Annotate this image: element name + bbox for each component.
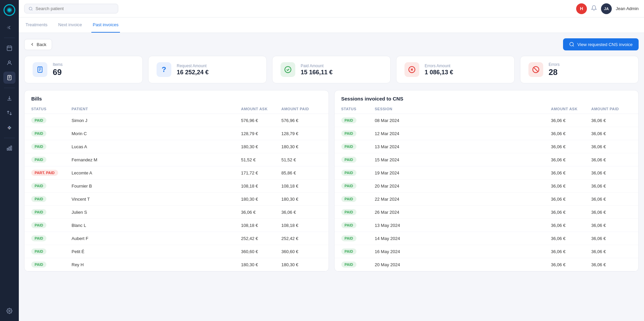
errors-amount-label: Errors Amount	[425, 64, 453, 68]
status-badge: PAID	[341, 222, 356, 228]
svg-rect-2	[7, 46, 12, 51]
status-badge: PAID	[341, 144, 356, 150]
errors-icon	[528, 62, 543, 77]
tab-treatments[interactable]: Treatments	[24, 17, 49, 33]
sidebar-item-documents[interactable]	[3, 72, 15, 84]
status-badge: PAID	[31, 117, 46, 123]
session-date: 14 May 2024	[375, 236, 551, 241]
table-row[interactable]: PAID 14 May 2024 36,06 € 36,06 €	[335, 232, 639, 245]
stat-card-errors-amount: Errors Amount 1 086,13 €	[396, 56, 515, 83]
svg-point-5	[8, 127, 9, 128]
table-row[interactable]: PAID 16 May 2024 36,06 € 36,06 €	[335, 245, 639, 258]
session-date: 12 Mar 2024	[375, 131, 551, 136]
bills-col-amount-ask: AMOUNT ASK	[241, 107, 282, 111]
amount-ask: 36,06 €	[241, 210, 282, 215]
amount-paid: 36,06 €	[591, 184, 632, 189]
table-row[interactable]: PAID Blanc L 108,18 € 108,18 €	[25, 219, 329, 232]
back-button[interactable]: Back	[24, 39, 52, 50]
amount-ask: 180,30 €	[241, 197, 282, 202]
svg-point-14	[570, 42, 573, 46]
svg-rect-9	[7, 148, 8, 150]
amount-ask: 36,06 €	[551, 249, 591, 254]
sidebar-item-calendar[interactable]	[3, 42, 15, 54]
status-badge: PAID	[341, 183, 356, 189]
sidebar-item-user[interactable]	[3, 57, 15, 69]
table-row[interactable]: PAID 20 Mar 2024 36,06 € 36,06 €	[335, 179, 639, 193]
amount-ask: 128,79 €	[241, 131, 282, 136]
amount-ask: 36,06 €	[551, 223, 591, 228]
top-bar: Back View requested CNS invoice	[24, 38, 639, 50]
sidebar-item-palette[interactable]	[3, 122, 15, 134]
sidebar-item-settings[interactable]	[3, 305, 15, 317]
stat-card-request-amount: ? Request Amount 16 252,24 €	[148, 56, 267, 83]
table-row[interactable]: PAID Fournier B 108,18 € 108,18 €	[25, 179, 329, 193]
amount-paid: 36,06 €	[591, 197, 632, 202]
header: H JA Jean Admin	[19, 0, 644, 17]
table-row[interactable]: PAID Fernandez M 51,52 € 51,52 €	[25, 153, 329, 166]
patient-name: Fernandez M	[72, 157, 241, 162]
svg-point-8	[9, 128, 10, 129]
amount-paid: 36,06 €	[591, 131, 632, 136]
table-row[interactable]: PAID Morin C 128,79 € 128,79 €	[25, 127, 329, 140]
amount-paid: 51,52 €	[282, 157, 322, 162]
amount-ask: 36,06 €	[551, 197, 591, 202]
items-value: 69	[53, 68, 62, 77]
table-row[interactable]: PAID 26 Mar 2024 36,06 € 36,06 €	[335, 206, 639, 219]
status-badge: PAID	[341, 248, 356, 254]
table-row[interactable]: PAID Aubert F 252,42 € 252,42 €	[25, 232, 329, 245]
items-icon	[33, 62, 47, 77]
table-row[interactable]: PAID 12 Mar 2024 36,06 € 36,06 €	[335, 127, 639, 140]
svg-rect-11	[11, 146, 12, 150]
amount-ask: 36,06 €	[551, 144, 591, 149]
sidebar-item-collapse[interactable]	[3, 22, 15, 34]
search-input[interactable]	[36, 6, 114, 11]
status-badge: PART. PAID	[31, 170, 58, 176]
tab-next-invoice[interactable]: Next invoice	[57, 17, 83, 33]
sidebar-item-import[interactable]	[3, 92, 15, 104]
table-row[interactable]: PAID Simon J 576,96 € 576,96 €	[25, 114, 329, 127]
amount-ask: 108,18 €	[241, 184, 282, 189]
patient-name: Morin C	[72, 131, 241, 136]
patient-name: Simon J	[72, 118, 241, 123]
session-date: 22 Mar 2024	[375, 197, 551, 202]
table-row[interactable]: PAID 20 May 2024 36,06 € 36,06 €	[335, 258, 639, 271]
amount-ask: 36,06 €	[551, 236, 591, 241]
table-row[interactable]: PAID 13 May 2024 36,06 € 36,06 €	[335, 219, 639, 232]
bell-icon[interactable]	[591, 5, 597, 12]
table-row[interactable]: PAID Rey H 180,30 € 180,30 €	[25, 258, 329, 271]
paid-amount-label: Paid Amount	[301, 64, 333, 68]
table-row[interactable]: PART. PAID Lecomte A 171,72 € 85,86 €	[25, 166, 329, 179]
paid-amount-value: 15 166,11 €	[301, 69, 333, 76]
sessions-panel: Sessions invoiced to CNS STATUS SESSION …	[334, 90, 639, 272]
session-date: 13 May 2024	[375, 223, 551, 228]
amount-ask: 51,52 €	[241, 157, 282, 162]
amount-paid: 180,30 €	[282, 144, 322, 149]
amount-paid: 108,18 €	[282, 223, 322, 228]
paid-amount-icon	[281, 62, 295, 77]
table-row[interactable]: PAID Julien S 36,06 € 36,06 €	[25, 206, 329, 219]
sidebar-logo[interactable]	[3, 4, 15, 16]
sidebar-item-chart[interactable]	[3, 142, 15, 154]
amount-paid: 36,06 €	[591, 157, 632, 162]
request-amount-value: 16 252,24 €	[177, 69, 209, 76]
table-row[interactable]: PAID 08 Mar 2024 36,06 € 36,06 €	[335, 114, 639, 127]
cns-icon	[569, 42, 574, 47]
table-row[interactable]: PAID 15 Mar 2024 36,06 € 36,06 €	[335, 153, 639, 166]
sidebar-item-transfer[interactable]	[3, 107, 15, 119]
search-box[interactable]	[24, 4, 118, 13]
patient-name: Blanc L	[72, 223, 241, 228]
header-actions: H JA Jean Admin	[576, 3, 639, 14]
tab-past-invoices[interactable]: Past invoices	[91, 17, 120, 33]
table-row[interactable]: PAID 19 Mar 2024 36,06 € 36,06 €	[335, 166, 639, 179]
table-row[interactable]: PAID 22 Mar 2024 36,06 € 36,06 €	[335, 193, 639, 206]
stats-row: Items 69 ? Request Amount 16 252,24 € Pa…	[24, 56, 639, 83]
table-row[interactable]: PAID Vincent T 180,30 € 180,30 €	[25, 193, 329, 206]
status-badge: PAID	[341, 196, 356, 202]
status-badge: PAID	[341, 170, 356, 176]
sessions-table-header: STATUS SESSION AMOUNT ASK AMOUNT PAID	[335, 104, 639, 114]
table-row[interactable]: PAID Petit É 360,60 € 360,60 €	[25, 245, 329, 258]
sessions-col-status: STATUS	[341, 107, 375, 111]
cns-invoice-button[interactable]: View requested CNS invoice	[563, 38, 639, 50]
table-row[interactable]: PAID Lucas A 180,30 € 180,30 €	[25, 140, 329, 153]
table-row[interactable]: PAID 13 Mar 2024 36,06 € 36,06 €	[335, 140, 639, 153]
